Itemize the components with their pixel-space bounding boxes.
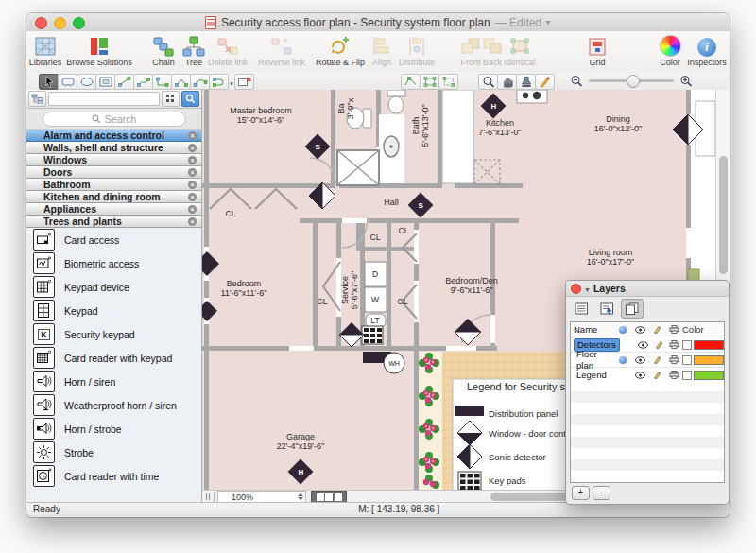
rotate-flip-button[interactable]: Rotate & Flip: [309, 34, 371, 67]
frame-tool[interactable]: [95, 74, 115, 90]
layer-checkbox[interactable]: [682, 340, 692, 350]
category-doors[interactable]: Doors: [26, 166, 201, 179]
close-icon[interactable]: [571, 284, 581, 294]
close-icon[interactable]: [188, 144, 197, 152]
close-icon[interactable]: [188, 156, 197, 164]
printer-icon[interactable]: [666, 340, 682, 349]
zoom-slider-group: [570, 74, 693, 88]
layer-color-swatch[interactable]: [694, 371, 724, 380]
round-connector-tool[interactable]: [209, 74, 229, 90]
zoom-out-icon[interactable]: [570, 75, 583, 87]
printer-icon[interactable]: [665, 355, 682, 364]
zoom-tool[interactable]: [478, 74, 498, 90]
layer-row-floor-plan[interactable]: Floor plan: [571, 353, 724, 368]
layer-checkbox[interactable]: [682, 371, 692, 380]
arrow-connector-tool[interactable]: [171, 74, 191, 90]
category-walls[interactable]: Walls, shell and structure: [26, 142, 201, 154]
library-item-weatherproof-horn[interactable]: Weatherproof horn / siren: [26, 393, 201, 417]
category-trees[interactable]: Trees and plants: [26, 216, 201, 228]
legend-item: Window - door cont: [489, 428, 566, 439]
category-windows[interactable]: Windows: [26, 154, 201, 166]
close-icon[interactable]: [188, 131, 197, 140]
pen-icon[interactable]: [648, 371, 665, 379]
close-icon[interactable]: [188, 193, 197, 201]
browse-solutions-button[interactable]: Browse Solutions: [57, 34, 142, 67]
close-icon[interactable]: [188, 168, 197, 177]
library-item-card-reader-time[interactable]: Card reader with time: [26, 464, 201, 488]
library-filter-field[interactable]: [48, 92, 160, 106]
category-kitchen[interactable]: Kitchen and dining room: [26, 191, 201, 203]
library-sidebar: Search Alarm and access control Walls, s…: [26, 90, 202, 503]
vertical-scrollbar-thumb[interactable]: [719, 156, 728, 274]
library-item-keypad[interactable]: Keypad: [26, 299, 201, 322]
rectangle-tool[interactable]: [58, 74, 77, 90]
library-item-security-keypad[interactable]: K Security keypad: [26, 322, 201, 346]
tab-layer-list-icon[interactable]: [570, 299, 593, 319]
pencil-tool[interactable]: [535, 74, 555, 90]
zoom-stepper[interactable]: [298, 492, 303, 502]
library-grid-view-icon[interactable]: [162, 91, 180, 107]
group-tool[interactable]: [438, 74, 458, 90]
reshape-tool[interactable]: [401, 74, 421, 90]
library-item-horn-siren[interactable]: Horn / siren: [26, 370, 201, 393]
zoom-slider-track[interactable]: [589, 79, 674, 82]
closet-label: CL: [398, 297, 408, 306]
category-alarm-access[interactable]: Alarm and access control: [26, 130, 201, 142]
layers-empty-area: [571, 380, 724, 482]
layer-color-swatch[interactable]: [694, 355, 724, 365]
water-heater-symbol[interactable]: WH: [384, 353, 405, 374]
library-item-card-reader-keypad[interactable]: Card reader with keypad: [26, 346, 201, 370]
bezier-connector-tool[interactable]: [190, 74, 210, 90]
library-item-biometric-access[interactable]: Biometric access: [26, 251, 201, 275]
eye-icon[interactable]: [631, 356, 648, 364]
grid-button[interactable]: Grid: [580, 34, 614, 67]
close-icon[interactable]: [188, 181, 197, 189]
direct-connector-tool[interactable]: [114, 74, 134, 90]
zoom-in-icon[interactable]: [679, 75, 693, 87]
minimize-icon[interactable]: [54, 17, 66, 29]
library-search-icon[interactable]: [181, 91, 199, 107]
stamp-tool[interactable]: [516, 74, 536, 90]
layer-color-swatch[interactable]: [694, 340, 724, 350]
splitter-grip[interactable]: [202, 492, 215, 502]
smart-connector-tool[interactable]: [152, 74, 172, 90]
print-column-icon: [665, 325, 682, 334]
biometric-access-icon: [33, 252, 55, 274]
zoom-icon[interactable]: [73, 17, 85, 29]
layer-checkbox[interactable]: [682, 355, 692, 365]
zoom-slider-thumb[interactable]: [627, 75, 640, 88]
printer-icon[interactable]: [665, 371, 682, 379]
remove-layer-button[interactable]: -: [593, 486, 610, 500]
library-item-keypad-device[interactable]: Keypad device: [26, 275, 201, 299]
library-item-strobe[interactable]: Strobe: [26, 441, 201, 464]
library-tree-icon[interactable]: [28, 91, 46, 107]
inspectors-button[interactable]: i Inspectors: [682, 34, 730, 67]
pan-hand-tool[interactable]: [497, 74, 517, 90]
layers-palette-header[interactable]: Layers: [566, 281, 729, 297]
curve-connector-tool[interactable]: [133, 74, 153, 90]
edited-badge[interactable]: — Edited: [495, 16, 551, 29]
delete-shape-tool[interactable]: [234, 74, 254, 90]
close-icon[interactable]: [188, 217, 197, 226]
eye-icon[interactable]: [635, 341, 651, 349]
close-icon[interactable]: [188, 205, 197, 214]
category-appliances[interactable]: Appliances: [26, 203, 201, 216]
close-icon[interactable]: [35, 17, 47, 29]
library-item-horn-strobe[interactable]: Horn / strobe: [26, 417, 201, 441]
search-icon: [92, 114, 101, 124]
library-categories: Alarm and access control Walls, shell an…: [26, 130, 201, 228]
pointer-tool[interactable]: [39, 74, 59, 90]
ellipse-tool[interactable]: [77, 74, 96, 90]
eye-icon[interactable]: [631, 372, 648, 379]
transform-tool[interactable]: [420, 74, 439, 90]
pen-icon[interactable]: [651, 340, 667, 349]
tab-layer-pages-icon[interactable]: [621, 299, 644, 319]
tab-layer-select-icon[interactable]: [595, 299, 618, 319]
search-input[interactable]: Search: [43, 112, 186, 127]
add-layer-button[interactable]: +: [572, 486, 590, 500]
legend-item: Distribution panel: [489, 408, 558, 419]
library-item-card-access[interactable]: Card access: [26, 228, 201, 251]
active-layer-icon[interactable]: [614, 356, 631, 364]
pen-icon[interactable]: [648, 355, 665, 364]
category-bathroom[interactable]: Bathroom: [26, 179, 201, 191]
